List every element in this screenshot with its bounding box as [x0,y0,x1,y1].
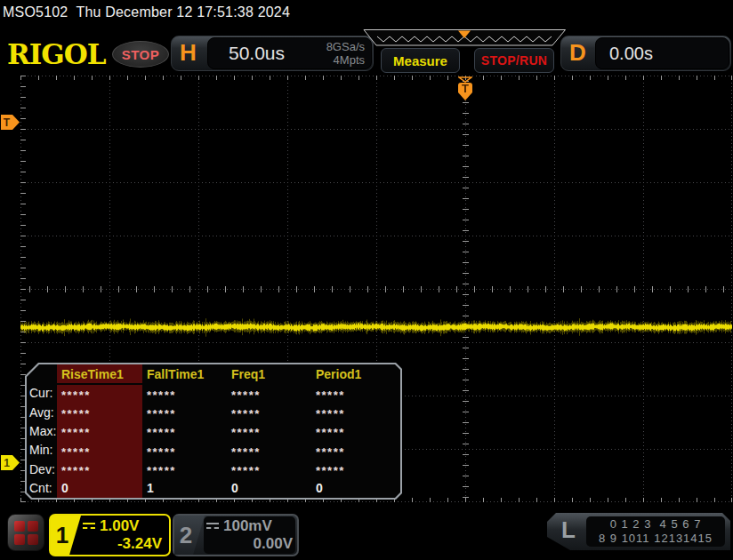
horizontal-settings-panel[interactable]: H 50.0us 8GSa/s 4Mpts [171,36,374,71]
logic-channels-0-7: 0 1 2 3 4 5 6 7 [610,517,702,532]
row-label-dev: Dev: [27,460,57,478]
channel2-offset: 0.00V [206,535,295,554]
timebase-value: 50.0us [229,38,285,68]
max-falltime1: ***** [142,423,227,442]
dc-coupling-icon [206,523,219,529]
waveform-position-bar[interactable] [363,29,567,46]
row-label-cur: Cur: [27,383,57,402]
avg-period1: ***** [311,404,400,423]
memory-depth: 4Mpts [326,53,365,67]
max-period1: ***** [311,423,400,442]
measurement-column-risetime1[interactable]: RiseTime1 [57,364,142,383]
channel1-scale: 1.00V [100,517,139,535]
menu-grid-icon [14,521,38,545]
avg-risetime1: ***** [57,404,142,423]
max-freq1: ***** [227,423,311,442]
dev-period1: ***** [311,461,400,480]
delay-inner-box: 0.00s [595,37,729,69]
cur-period1: ***** [311,385,400,404]
cur-risetime1: ***** [57,385,142,404]
avg-falltime1: ***** [142,404,227,423]
channel2-tab: 2 [174,516,205,555]
logic-analyzer-letter: L [561,518,576,541]
trigger-level-marker[interactable]: T [1,115,20,130]
channel2-scale: 100mV [223,517,272,535]
channel1-values: 1.00V -3.24V [83,516,165,554]
channel1-offset-number: 1 [1,458,12,468]
delay-label: D [569,41,586,64]
oscilloscope-screen: MSO5102 Thu December 12 17:51:38 2024 RI… [0,0,733,560]
min-freq1: ***** [227,443,311,461]
measure-button[interactable]: Measure [381,48,460,73]
channel1-offset-marker[interactable]: 1 [1,455,20,470]
dev-risetime1: ***** [57,461,142,480]
cur-falltime1: ***** [142,385,227,404]
row-label-avg: Avg: [27,403,57,421]
channel1-number: 1 [51,522,74,549]
horizontal-inner-box: 50.0us 8GSa/s 4Mpts [207,37,372,69]
measurement-column-freq1[interactable]: Freq1 [227,364,311,383]
sample-rate-memory-depth: 8GSa/s 4Mpts [326,40,365,67]
run-state-label: STOP [122,47,160,62]
sample-rate: 8GSa/s [326,40,365,53]
measurement-table[interactable]: RiseTime1 FallTime1 Freq1 Period1 Cur: *… [25,363,402,500]
measure-button-label: Measure [393,53,447,68]
logic-analyzer-panel[interactable]: L 0 1 2 3 4 5 6 7 8 9 1011 12131415 [547,513,730,550]
min-period1: ***** [311,443,400,461]
row-label-min: Min: [27,441,57,460]
logic-channels-8-15: 8 9 1011 12131415 [599,532,713,546]
row-label-cnt: Cnt: [27,479,57,498]
min-risetime1: ***** [57,443,142,461]
row-label-max: Max: [27,421,57,440]
trigger-position-triangle-icon [458,76,472,83]
cnt-falltime1: 1 [142,479,227,498]
cnt-period1: 0 [311,479,400,498]
trigger-level-letter: T [1,117,12,128]
cnt-risetime1: 0 [57,479,142,498]
channel1-tab: 1 [51,516,81,555]
memory-waveform-icon [363,29,567,46]
menu-button[interactable] [7,514,44,551]
dev-freq1: ***** [227,461,311,480]
cnt-freq1: 0 [227,479,311,498]
dc-coupling-icon [83,523,95,529]
channel2-number: 2 [174,522,197,549]
channel2-status-panel[interactable]: 2 100mV 0.00V [173,514,299,556]
measurement-column-period1[interactable]: Period1 [311,364,400,383]
delay-settings-panel[interactable]: D 0.00s [560,36,731,71]
rigol-logo: RIGOL [7,36,106,70]
channel2-values: 100mV 0.00V [204,516,295,554]
logic-channel-list: 0 1 2 3 4 5 6 7 8 9 1011 12131415 [586,516,725,547]
delay-value: 0.00s [609,38,653,68]
min-falltime1: ***** [142,443,227,461]
measurement-table-grid: RiseTime1 FallTime1 Freq1 Period1 Cur: *… [27,364,400,498]
channel1-offset: -3.24V [83,535,165,554]
horizontal-label: H [180,41,197,64]
stop-run-button-label: STOP/RUN [481,53,548,68]
titlebar-model-datetime: MSO5102 Thu December 12 17:51:38 2024 [3,4,290,20]
channel1-status-panel[interactable]: 1 1.00V -3.24V [49,514,171,556]
dev-falltime1: ***** [142,461,227,480]
avg-freq1: ***** [227,404,311,423]
stop-run-button[interactable]: STOP/RUN [474,48,554,73]
cur-freq1: ***** [227,385,311,404]
run-state-indicator: STOP [112,41,169,68]
measurement-column-falltime1[interactable]: FallTime1 [142,364,227,383]
max-risetime1: ***** [57,423,142,442]
